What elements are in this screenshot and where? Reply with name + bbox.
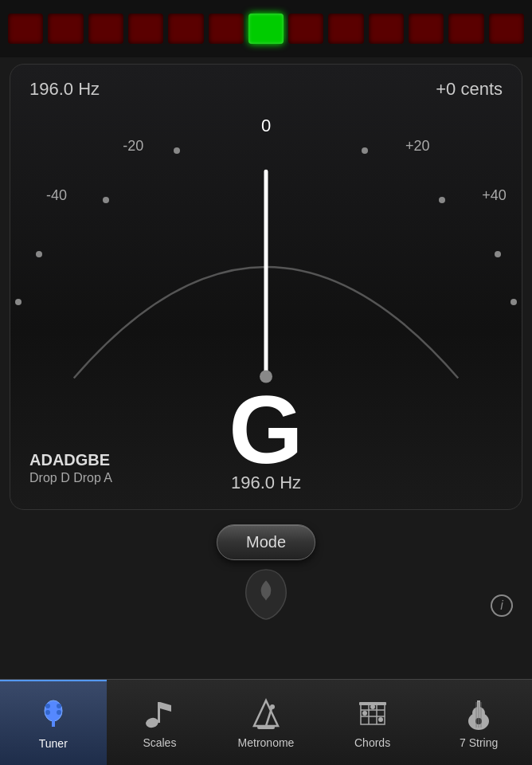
svg-point-8	[145, 716, 160, 729]
tab-chords[interactable]: Chords	[319, 680, 426, 765]
led-0	[8, 14, 43, 44]
meter-area: 0 -20 +20 -40 +40	[10, 108, 522, 394]
cents-display: +0 cents	[436, 79, 503, 100]
led-11	[448, 14, 483, 44]
mode-section: Mode i	[0, 516, 532, 628]
led-6	[248, 14, 284, 44]
tab-metronome-label: Metronome	[238, 736, 295, 749]
svg-rect-9	[158, 702, 160, 723]
tab-scales[interactable]: Scales	[107, 680, 213, 765]
svg-marker-10	[254, 700, 278, 726]
tuner-arc	[10, 108, 522, 394]
svg-point-12	[270, 704, 275, 709]
svg-rect-13	[257, 726, 275, 729]
tab-tuner-label: Tuner	[39, 737, 68, 750]
guitar-head-icon	[36, 697, 71, 732]
led-bar	[0, 0, 532, 57]
svg-rect-22	[359, 702, 386, 705]
led-12	[489, 14, 524, 44]
frequency-row: 196.0 Hz +0 cents	[10, 65, 522, 100]
led-7	[288, 14, 323, 44]
svg-point-21	[378, 717, 383, 722]
music-note-icon	[142, 696, 177, 732]
frequency-display: 196.0 Hz	[29, 79, 100, 100]
svg-point-7	[57, 710, 61, 715]
svg-line-11	[266, 708, 272, 726]
led-1	[48, 14, 83, 44]
metronome-icon	[248, 696, 284, 732]
svg-point-19	[362, 711, 367, 716]
tab-bar: Tuner Scales Metronome	[0, 679, 532, 765]
pick-logo	[242, 567, 290, 622]
info-button[interactable]: i	[491, 594, 513, 617]
svg-point-6	[45, 710, 50, 715]
mode-button[interactable]: Mode	[217, 524, 315, 560]
led-9	[369, 14, 404, 44]
guitar-icon	[461, 696, 496, 732]
svg-point-4	[45, 704, 50, 708]
led-8	[328, 14, 363, 44]
tab-metronome[interactable]: Metronome	[213, 680, 319, 765]
led-5	[209, 14, 244, 44]
tuning-name: ADADGBE	[29, 451, 112, 469]
tuning-description: Drop D Drop A	[29, 471, 112, 485]
tuner-display: 196.0 Hz +0 cents 0 -20 +20 -40 +40 G 19…	[10, 64, 522, 510]
svg-point-5	[57, 704, 61, 708]
chord-diagram-icon	[355, 696, 390, 732]
tuning-info: ADADGBE Drop D Drop A	[29, 451, 112, 485]
led-4	[168, 14, 203, 44]
svg-rect-3	[52, 719, 55, 727]
led-3	[128, 14, 163, 44]
tab-tuner[interactable]: Tuner	[0, 680, 107, 765]
tab-chords-label: Chords	[354, 736, 390, 749]
tab-scales-label: Scales	[143, 736, 176, 749]
led-10	[409, 14, 444, 44]
led-2	[88, 14, 123, 44]
tab-7string-label: 7 String	[460, 736, 498, 749]
tab-7string[interactable]: 7 String	[425, 680, 532, 765]
